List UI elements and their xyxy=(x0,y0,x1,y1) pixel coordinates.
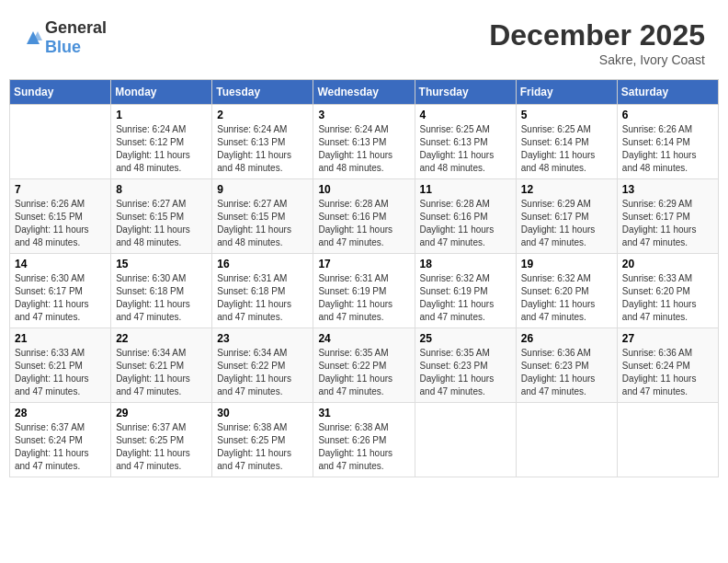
day-number: 6 xyxy=(622,109,713,121)
calendar-day-cell: 26Sunrise: 6:36 AMSunset: 6:23 PMDayligh… xyxy=(516,328,617,403)
day-number: 20 xyxy=(622,258,713,270)
day-info: Sunrise: 6:34 AMSunset: 6:22 PMDaylight:… xyxy=(217,347,308,398)
day-number: 30 xyxy=(217,407,308,419)
calendar-week-row: 1Sunrise: 6:24 AMSunset: 6:12 PMDaylight… xyxy=(10,105,719,179)
day-number: 15 xyxy=(116,258,207,270)
day-info: Sunrise: 6:27 AMSunset: 6:15 PMDaylight:… xyxy=(116,198,207,249)
day-number: 5 xyxy=(521,109,612,121)
day-info: Sunrise: 6:36 AMSunset: 6:23 PMDaylight:… xyxy=(521,347,612,398)
day-info: Sunrise: 6:29 AMSunset: 6:17 PMDaylight:… xyxy=(521,198,612,249)
calendar-day-cell xyxy=(617,403,718,477)
day-info: Sunrise: 6:36 AMSunset: 6:24 PMDaylight:… xyxy=(622,347,713,398)
day-number: 22 xyxy=(116,332,207,345)
day-info: Sunrise: 6:26 AMSunset: 6:15 PMDaylight:… xyxy=(15,198,106,249)
calendar-day-cell: 28Sunrise: 6:37 AMSunset: 6:24 PMDayligh… xyxy=(10,403,111,477)
calendar-day-cell: 23Sunrise: 6:34 AMSunset: 6:22 PMDayligh… xyxy=(212,328,313,403)
calendar-week-row: 7Sunrise: 6:26 AMSunset: 6:15 PMDaylight… xyxy=(10,179,719,254)
day-info: Sunrise: 6:32 AMSunset: 6:19 PMDaylight:… xyxy=(420,272,511,324)
day-number: 11 xyxy=(420,183,511,196)
title-block: December 2025 Sakre, Ivory Coast xyxy=(489,18,705,67)
day-info: Sunrise: 6:30 AMSunset: 6:18 PMDaylight:… xyxy=(116,272,207,324)
day-info: Sunrise: 6:34 AMSunset: 6:21 PMDaylight:… xyxy=(116,347,207,398)
calendar-day-cell: 11Sunrise: 6:28 AMSunset: 6:16 PMDayligh… xyxy=(415,179,516,254)
day-number: 1 xyxy=(116,109,207,121)
day-number: 13 xyxy=(622,183,713,196)
calendar-day-cell: 5Sunrise: 6:25 AMSunset: 6:14 PMDaylight… xyxy=(516,105,617,179)
calendar-day-cell: 27Sunrise: 6:36 AMSunset: 6:24 PMDayligh… xyxy=(617,328,718,403)
day-info: Sunrise: 6:37 AMSunset: 6:24 PMDaylight:… xyxy=(15,421,106,473)
day-number: 21 xyxy=(15,332,106,345)
calendar-day-cell: 1Sunrise: 6:24 AMSunset: 6:12 PMDaylight… xyxy=(111,105,212,179)
calendar-day-cell xyxy=(10,105,111,179)
weekday-header: Friday xyxy=(516,80,617,105)
day-number: 12 xyxy=(521,183,612,196)
location-title: Sakre, Ivory Coast xyxy=(489,52,705,67)
day-number: 2 xyxy=(217,109,308,121)
calendar-header-row: SundayMondayTuesdayWednesdayThursdayFrid… xyxy=(10,80,719,105)
day-info: Sunrise: 6:30 AMSunset: 6:17 PMDaylight:… xyxy=(15,272,106,324)
calendar-day-cell: 29Sunrise: 6:37 AMSunset: 6:25 PMDayligh… xyxy=(111,403,212,477)
day-number: 18 xyxy=(420,258,511,270)
logo-text-general: General xyxy=(45,18,107,37)
weekday-header: Monday xyxy=(111,80,212,105)
calendar-day-cell xyxy=(516,403,617,477)
calendar-day-cell: 13Sunrise: 6:29 AMSunset: 6:17 PMDayligh… xyxy=(617,179,718,254)
calendar-day-cell: 25Sunrise: 6:35 AMSunset: 6:23 PMDayligh… xyxy=(415,328,516,403)
day-info: Sunrise: 6:35 AMSunset: 6:22 PMDaylight:… xyxy=(318,347,409,398)
calendar-day-cell: 8Sunrise: 6:27 AMSunset: 6:15 PMDaylight… xyxy=(111,179,212,254)
day-number: 17 xyxy=(318,258,409,270)
calendar-day-cell: 30Sunrise: 6:38 AMSunset: 6:25 PMDayligh… xyxy=(212,403,313,477)
day-number: 16 xyxy=(217,258,308,270)
calendar-day-cell: 3Sunrise: 6:24 AMSunset: 6:13 PMDaylight… xyxy=(313,105,415,179)
calendar-day-cell: 17Sunrise: 6:31 AMSunset: 6:19 PMDayligh… xyxy=(313,254,415,328)
logo-text-blue: Blue xyxy=(45,38,81,56)
day-number: 27 xyxy=(622,332,713,345)
day-number: 14 xyxy=(15,258,106,270)
calendar-day-cell: 21Sunrise: 6:33 AMSunset: 6:21 PMDayligh… xyxy=(10,328,111,403)
day-number: 26 xyxy=(521,332,612,345)
day-info: Sunrise: 6:31 AMSunset: 6:19 PMDaylight:… xyxy=(318,272,409,324)
calendar-day-cell: 31Sunrise: 6:38 AMSunset: 6:26 PMDayligh… xyxy=(313,403,415,477)
calendar-day-cell: 7Sunrise: 6:26 AMSunset: 6:15 PMDaylight… xyxy=(10,179,111,254)
day-number: 24 xyxy=(318,332,409,345)
weekday-header: Tuesday xyxy=(212,80,313,105)
weekday-header: Thursday xyxy=(415,80,516,105)
logo-icon xyxy=(23,28,43,48)
day-info: Sunrise: 6:28 AMSunset: 6:16 PMDaylight:… xyxy=(420,198,511,249)
day-number: 28 xyxy=(15,407,106,419)
day-number: 25 xyxy=(420,332,511,345)
logo: General Blue xyxy=(23,18,107,57)
calendar-day-cell: 15Sunrise: 6:30 AMSunset: 6:18 PMDayligh… xyxy=(111,254,212,328)
day-info: Sunrise: 6:25 AMSunset: 6:13 PMDaylight:… xyxy=(420,123,511,175)
month-title: December 2025 xyxy=(489,18,705,52)
day-number: 23 xyxy=(217,332,308,345)
page-header: General Blue December 2025 Sakre, Ivory … xyxy=(9,9,719,72)
calendar-day-cell: 9Sunrise: 6:27 AMSunset: 6:15 PMDaylight… xyxy=(212,179,313,254)
day-info: Sunrise: 6:37 AMSunset: 6:25 PMDaylight:… xyxy=(116,421,207,473)
calendar-week-row: 28Sunrise: 6:37 AMSunset: 6:24 PMDayligh… xyxy=(10,403,719,477)
calendar-day-cell: 20Sunrise: 6:33 AMSunset: 6:20 PMDayligh… xyxy=(617,254,718,328)
calendar-day-cell: 16Sunrise: 6:31 AMSunset: 6:18 PMDayligh… xyxy=(212,254,313,328)
day-info: Sunrise: 6:33 AMSunset: 6:21 PMDaylight:… xyxy=(15,347,106,398)
day-info: Sunrise: 6:32 AMSunset: 6:20 PMDaylight:… xyxy=(521,272,612,324)
calendar-day-cell: 22Sunrise: 6:34 AMSunset: 6:21 PMDayligh… xyxy=(111,328,212,403)
day-number: 29 xyxy=(116,407,207,419)
day-info: Sunrise: 6:29 AMSunset: 6:17 PMDaylight:… xyxy=(622,198,713,249)
day-info: Sunrise: 6:25 AMSunset: 6:14 PMDaylight:… xyxy=(521,123,612,175)
day-number: 9 xyxy=(217,183,308,196)
day-info: Sunrise: 6:31 AMSunset: 6:18 PMDaylight:… xyxy=(217,272,308,324)
calendar-day-cell: 10Sunrise: 6:28 AMSunset: 6:16 PMDayligh… xyxy=(313,179,415,254)
day-info: Sunrise: 6:38 AMSunset: 6:25 PMDaylight:… xyxy=(217,421,308,473)
weekday-header: Wednesday xyxy=(313,80,415,105)
day-info: Sunrise: 6:24 AMSunset: 6:13 PMDaylight:… xyxy=(217,123,308,175)
calendar-day-cell: 19Sunrise: 6:32 AMSunset: 6:20 PMDayligh… xyxy=(516,254,617,328)
day-number: 19 xyxy=(521,258,612,270)
day-info: Sunrise: 6:26 AMSunset: 6:14 PMDaylight:… xyxy=(622,123,713,175)
day-number: 10 xyxy=(318,183,409,196)
day-info: Sunrise: 6:33 AMSunset: 6:20 PMDaylight:… xyxy=(622,272,713,324)
day-number: 3 xyxy=(318,109,409,121)
day-number: 31 xyxy=(318,407,409,419)
day-info: Sunrise: 6:38 AMSunset: 6:26 PMDaylight:… xyxy=(318,421,409,473)
day-info: Sunrise: 6:24 AMSunset: 6:12 PMDaylight:… xyxy=(116,123,207,175)
day-info: Sunrise: 6:27 AMSunset: 6:15 PMDaylight:… xyxy=(217,198,308,249)
